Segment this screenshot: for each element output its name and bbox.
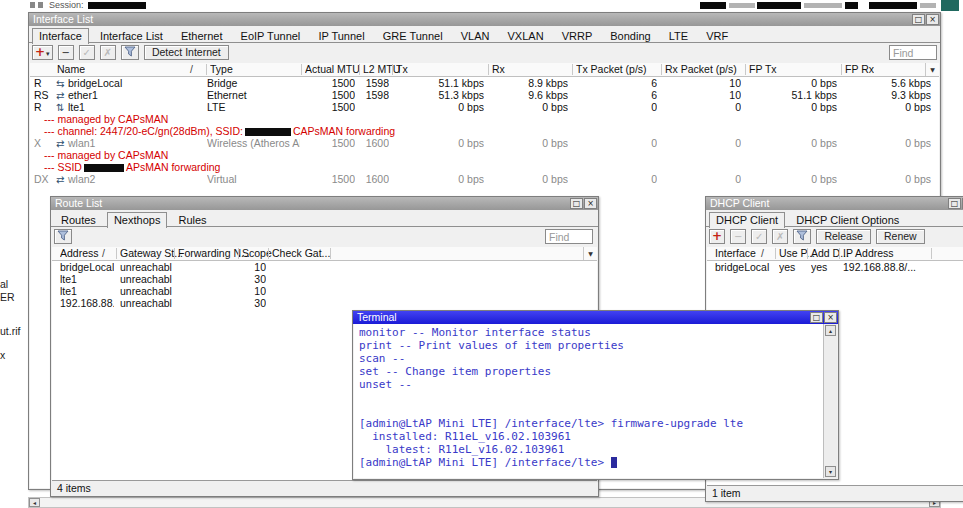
col-forwarding-nexthop[interactable]: Forwarding N...: [178, 247, 250, 260]
route-list-titlebar[interactable]: Route List □ ×: [51, 197, 598, 210]
close-icon[interactable]: ×: [824, 312, 837, 323]
maximize-icon[interactable]: □: [912, 14, 925, 25]
column-menu-button[interactable]: ▼: [925, 63, 939, 76]
detect-internet-button[interactable]: Detect Internet: [144, 45, 229, 60]
cell-l2-mtu: 1598: [360, 77, 389, 89]
col-name[interactable]: Name: [57, 63, 85, 76]
dhcp-client-titlebar[interactable]: DHCP Client □ ×: [706, 197, 963, 210]
enable-button[interactable]: ✓: [79, 45, 95, 60]
table-row[interactable]: 192.168.88.1 unreachable 30: [52, 297, 597, 309]
column-divider: [301, 64, 302, 75]
cell-address: lte1: [60, 285, 114, 297]
tab-dhcp-client[interactable]: DHCP Client: [709, 212, 785, 228]
table-row[interactable]: bridgeLocal unreachable 10: [52, 261, 597, 273]
col-actual-mtu[interactable]: Actual MTU: [305, 63, 360, 76]
tab-routes[interactable]: Routes: [54, 212, 103, 228]
col-rx[interactable]: Rx: [492, 63, 505, 76]
column-menu-button[interactable]: ▼: [583, 247, 597, 260]
comment-row[interactable]: --- managed by CAPsMAN: [30, 113, 939, 125]
release-button[interactable]: Release: [816, 229, 871, 244]
column-divider: [268, 248, 269, 259]
maximize-icon[interactable]: □: [810, 312, 823, 323]
table-row[interactable]: X ⇄wlan1 Wireless (Atheros AR... 1500 16…: [30, 137, 939, 149]
table-row[interactable]: RS ⇄ether1 Ethernet 1500 1598 51.3 kbps …: [30, 89, 939, 101]
close-icon[interactable]: ×: [926, 14, 939, 25]
table-row[interactable]: lte1 unreachable 30: [52, 273, 597, 285]
table-row[interactable]: lte1 unreachable 10: [52, 285, 597, 297]
col-fp-tx[interactable]: FP Tx: [749, 63, 777, 76]
tab-interface-list[interactable]: Interface List: [93, 28, 170, 44]
find-input[interactable]: [545, 229, 593, 244]
tab-interface[interactable]: Interface: [32, 28, 89, 44]
column-divider: [330, 248, 331, 259]
column-divider: [661, 64, 662, 75]
terminal-titlebar[interactable]: Terminal □ ×: [353, 311, 838, 324]
comment-row[interactable]: --- channel: 2447/20-eC/gn(28dBm), SSID:…: [30, 125, 939, 137]
tab-ip-tunnel[interactable]: IP Tunnel: [311, 28, 371, 44]
cell-tx: 51.3 kbps: [393, 89, 484, 101]
status-indicator: [941, 0, 959, 11]
interface-list-titlebar[interactable]: Interface List □ ×: [29, 13, 940, 26]
maximize-icon[interactable]: □: [948, 198, 961, 209]
scroll-left-icon[interactable]: ◂: [29, 498, 40, 507]
table-row[interactable]: DX ⇄wlan2 Virtual 1500 1600 0 bps 0 bps …: [30, 173, 939, 185]
close-icon[interactable]: ×: [584, 198, 597, 209]
sort-indicator: /: [190, 63, 193, 76]
tab-eoip-tunnel[interactable]: EoIP Tunnel: [234, 28, 308, 44]
col-tx-packet[interactable]: Tx Packet (p/s): [576, 63, 647, 76]
table-row[interactable]: R ⇅lte1 LTE 1500 0 bps 0 bps 0 0 0 bps 0…: [30, 101, 939, 113]
tab-nexthops[interactable]: Nexthops: [107, 212, 167, 228]
col-check-gateway[interactable]: Check Gat...: [272, 247, 330, 260]
disable-button[interactable]: ✗: [100, 45, 116, 60]
terminal-content[interactable]: monitor -- Monitor interface status prin…: [354, 324, 837, 478]
scroll-down-icon[interactable]: ▾: [825, 466, 836, 477]
cell-flags: RS: [34, 89, 55, 101]
cell-fp-tx: 0 bps: [746, 101, 837, 113]
maximize-icon[interactable]: □: [570, 198, 583, 209]
scroll-up-icon[interactable]: ▴: [825, 325, 836, 336]
renew-button[interactable]: Renew: [876, 229, 925, 244]
wireless-icon: ⇄: [56, 138, 68, 149]
col-use-peer-dns[interactable]: Use P...: [779, 247, 815, 260]
status-text: [729, 3, 755, 8]
tab-gre-tunnel[interactable]: GRE Tunnel: [376, 28, 450, 44]
col-address[interactable]: Address: [60, 247, 99, 260]
tab-vrf[interactable]: VRF: [699, 28, 735, 44]
cell-gateway-status: unreachable: [120, 297, 172, 309]
table-row[interactable]: R ⇆bridgeLocal Bridge 1500 1598 51.1 kbp…: [30, 77, 939, 89]
col-interface[interactable]: Interface: [715, 247, 756, 260]
tab-vrrp[interactable]: VRRP: [555, 28, 600, 44]
find-input[interactable]: [889, 45, 937, 60]
filter-button[interactable]: [54, 229, 72, 244]
tab-ethernet[interactable]: Ethernet: [174, 28, 230, 44]
col-tx[interactable]: Tx: [396, 63, 408, 76]
col-ip-address[interactable]: IP Address: [843, 247, 894, 260]
tab-rules[interactable]: Rules: [171, 212, 213, 228]
remove-button[interactable]: −: [730, 229, 746, 244]
tab-vxlan[interactable]: VXLAN: [501, 28, 551, 44]
comment-row[interactable]: --- managed by CAPsMAN: [30, 149, 939, 161]
tab-lte[interactable]: LTE: [662, 28, 695, 44]
cell-actual-mtu: 1500: [302, 137, 355, 149]
comment-row[interactable]: --- SSIDAPsMAN forwarding: [30, 161, 939, 173]
terminal-scrollbar[interactable]: ▴ ▾: [823, 324, 837, 478]
tab-bonding[interactable]: Bonding: [603, 28, 657, 44]
add-button[interactable]: +: [709, 229, 725, 244]
col-rx-packet[interactable]: Rx Packet (p/s): [665, 63, 737, 76]
filter-button[interactable]: [793, 229, 811, 244]
tab-dhcp-client-options[interactable]: DHCP Client Options: [789, 212, 906, 228]
remove-button[interactable]: −: [58, 45, 74, 60]
cell-type: Virtual: [207, 173, 300, 185]
column-divider: [841, 64, 842, 75]
col-fp-rx[interactable]: FP Rx: [845, 63, 874, 76]
table-row[interactable]: bridgeLocal yes yes 192.168.88.8/...: [707, 261, 963, 273]
enable-button[interactable]: ✓: [751, 229, 767, 244]
disable-button[interactable]: ✗: [772, 229, 788, 244]
route-table-header: Address / Gateway St... Forwarding N... …: [52, 247, 597, 261]
col-l2-mtu[interactable]: L2 MTU: [363, 63, 400, 76]
tab-vlan[interactable]: VLAN: [454, 28, 497, 44]
filter-button[interactable]: [121, 45, 139, 60]
col-type[interactable]: Type: [210, 63, 233, 76]
add-button[interactable]: +▾: [32, 45, 53, 60]
cell-type: LTE: [207, 101, 300, 113]
